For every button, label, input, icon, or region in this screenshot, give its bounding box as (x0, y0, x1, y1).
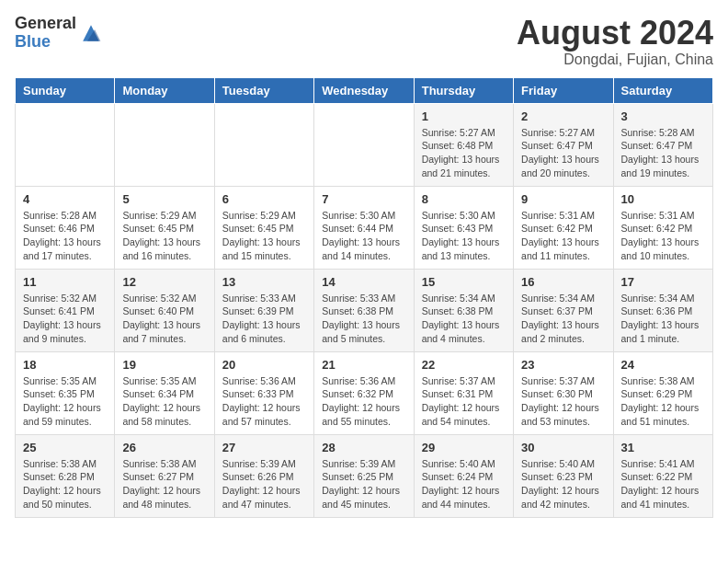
week-row-1: 1Sunrise: 5:27 AM Sunset: 6:48 PM Daylig… (16, 103, 713, 186)
day-number: 5 (122, 192, 206, 206)
day-number: 17 (621, 275, 705, 289)
logo-general: General (15, 15, 76, 33)
day-number: 26 (122, 441, 206, 454)
day-number: 22 (422, 358, 506, 372)
logo-icon (80, 22, 102, 44)
cell-content: Sunrise: 5:40 AM Sunset: 6:23 PM Dayligh… (521, 457, 605, 511)
cell-content: Sunrise: 5:35 AM Sunset: 6:35 PM Dayligh… (23, 374, 107, 429)
calendar-cell (115, 103, 214, 186)
calendar-cell: 28Sunrise: 5:39 AM Sunset: 6:25 PM Dayli… (314, 434, 414, 517)
calendar-cell: 14Sunrise: 5:33 AM Sunset: 6:38 PM Dayli… (314, 269, 414, 351)
title-block: August 2024 Dongdai, Fujian, China (517, 15, 713, 68)
cell-content: Sunrise: 5:39 AM Sunset: 6:26 PM Dayligh… (222, 457, 306, 511)
day-number: 28 (322, 441, 405, 454)
day-number: 21 (322, 358, 405, 372)
day-number: 15 (422, 275, 506, 289)
cell-content: Sunrise: 5:38 AM Sunset: 6:29 PM Dayligh… (621, 374, 705, 429)
day-number: 27 (222, 441, 306, 454)
week-row-5: 25Sunrise: 5:38 AM Sunset: 6:28 PM Dayli… (16, 434, 713, 517)
cell-content: Sunrise: 5:34 AM Sunset: 6:36 PM Dayligh… (621, 292, 705, 346)
weekday-header-saturday: Saturday (613, 77, 712, 103)
calendar-cell: 10Sunrise: 5:31 AM Sunset: 6:42 PM Dayli… (613, 186, 712, 269)
calendar-cell: 30Sunrise: 5:40 AM Sunset: 6:23 PM Dayli… (514, 434, 613, 517)
calendar-cell: 25Sunrise: 5:38 AM Sunset: 6:28 PM Dayli… (16, 434, 115, 517)
day-number: 2 (521, 109, 605, 123)
calendar-cell: 29Sunrise: 5:40 AM Sunset: 6:24 PM Dayli… (414, 434, 513, 517)
calendar-cell: 22Sunrise: 5:37 AM Sunset: 6:31 PM Dayli… (414, 351, 513, 434)
calendar-cell: 24Sunrise: 5:38 AM Sunset: 6:29 PM Dayli… (613, 351, 712, 434)
week-row-3: 11Sunrise: 5:32 AM Sunset: 6:41 PM Dayli… (16, 269, 713, 351)
weekday-header-tuesday: Tuesday (214, 77, 313, 103)
day-number: 16 (521, 275, 605, 289)
calendar-cell: 4Sunrise: 5:28 AM Sunset: 6:46 PM Daylig… (16, 186, 115, 269)
cell-content: Sunrise: 5:41 AM Sunset: 6:22 PM Dayligh… (621, 457, 705, 511)
day-number: 7 (322, 192, 405, 206)
week-row-2: 4Sunrise: 5:28 AM Sunset: 6:46 PM Daylig… (16, 186, 713, 269)
day-number: 9 (521, 192, 605, 206)
weekday-header-wednesday: Wednesday (314, 77, 414, 103)
calendar-cell: 6Sunrise: 5:29 AM Sunset: 6:45 PM Daylig… (214, 186, 313, 269)
logo-blue: Blue (15, 33, 76, 52)
logo: General Blue (15, 15, 102, 52)
cell-content: Sunrise: 5:29 AM Sunset: 6:45 PM Dayligh… (222, 209, 306, 263)
day-number: 19 (122, 358, 206, 372)
cell-content: Sunrise: 5:33 AM Sunset: 6:38 PM Dayligh… (322, 292, 405, 346)
calendar-cell: 12Sunrise: 5:32 AM Sunset: 6:40 PM Dayli… (115, 269, 214, 351)
calendar-cell: 31Sunrise: 5:41 AM Sunset: 6:22 PM Dayli… (613, 434, 712, 517)
calendar-cell: 16Sunrise: 5:34 AM Sunset: 6:37 PM Dayli… (514, 269, 613, 351)
day-number: 30 (521, 441, 605, 454)
cell-content: Sunrise: 5:40 AM Sunset: 6:24 PM Dayligh… (422, 457, 506, 511)
cell-content: Sunrise: 5:31 AM Sunset: 6:42 PM Dayligh… (621, 209, 705, 263)
cell-content: Sunrise: 5:37 AM Sunset: 6:30 PM Dayligh… (521, 374, 605, 429)
day-number: 6 (222, 192, 306, 206)
calendar-cell (16, 103, 115, 186)
cell-content: Sunrise: 5:34 AM Sunset: 6:37 PM Dayligh… (521, 292, 605, 346)
cell-content: Sunrise: 5:36 AM Sunset: 6:33 PM Dayligh… (222, 374, 306, 429)
calendar-cell (214, 103, 313, 186)
cell-content: Sunrise: 5:33 AM Sunset: 6:39 PM Dayligh… (222, 292, 306, 346)
day-number: 13 (222, 275, 306, 289)
calendar-cell: 20Sunrise: 5:36 AM Sunset: 6:33 PM Dayli… (214, 351, 313, 434)
day-number: 12 (122, 275, 206, 289)
logo-text: General Blue (15, 15, 76, 52)
calendar-cell: 27Sunrise: 5:39 AM Sunset: 6:26 PM Dayli… (214, 434, 313, 517)
cell-content: Sunrise: 5:27 AM Sunset: 6:47 PM Dayligh… (521, 126, 605, 180)
cell-content: Sunrise: 5:29 AM Sunset: 6:45 PM Dayligh… (122, 209, 206, 263)
cell-content: Sunrise: 5:31 AM Sunset: 6:42 PM Dayligh… (521, 209, 605, 263)
calendar-cell: 1Sunrise: 5:27 AM Sunset: 6:48 PM Daylig… (414, 103, 513, 186)
calendar-cell: 17Sunrise: 5:34 AM Sunset: 6:36 PM Dayli… (613, 269, 712, 351)
calendar-cell: 26Sunrise: 5:38 AM Sunset: 6:27 PM Dayli… (115, 434, 214, 517)
day-number: 20 (222, 358, 306, 372)
day-number: 10 (621, 192, 705, 206)
month-title: August 2024 (517, 15, 713, 52)
cell-content: Sunrise: 5:28 AM Sunset: 6:47 PM Dayligh… (621, 126, 705, 180)
day-number: 8 (422, 192, 506, 206)
cell-content: Sunrise: 5:30 AM Sunset: 6:43 PM Dayligh… (422, 209, 506, 263)
cell-content: Sunrise: 5:30 AM Sunset: 6:44 PM Dayligh… (322, 209, 405, 263)
calendar-cell: 15Sunrise: 5:34 AM Sunset: 6:38 PM Dayli… (414, 269, 513, 351)
cell-content: Sunrise: 5:28 AM Sunset: 6:46 PM Dayligh… (23, 209, 107, 263)
calendar-cell: 23Sunrise: 5:37 AM Sunset: 6:30 PM Dayli… (514, 351, 613, 434)
calendar-table: SundayMondayTuesdayWednesdayThursdayFrid… (15, 77, 713, 518)
cell-content: Sunrise: 5:32 AM Sunset: 6:40 PM Dayligh… (122, 292, 206, 346)
day-number: 25 (23, 441, 107, 454)
day-number: 31 (621, 441, 705, 454)
location: Dongdai, Fujian, China (517, 52, 713, 68)
cell-content: Sunrise: 5:38 AM Sunset: 6:28 PM Dayligh… (23, 457, 107, 511)
cell-content: Sunrise: 5:38 AM Sunset: 6:27 PM Dayligh… (122, 457, 206, 511)
day-number: 23 (521, 358, 605, 372)
day-number: 29 (422, 441, 506, 454)
day-number: 1 (422, 109, 506, 123)
calendar-cell: 2Sunrise: 5:27 AM Sunset: 6:47 PM Daylig… (514, 103, 613, 186)
calendar-cell: 5Sunrise: 5:29 AM Sunset: 6:45 PM Daylig… (115, 186, 214, 269)
cell-content: Sunrise: 5:32 AM Sunset: 6:41 PM Dayligh… (23, 292, 107, 346)
weekday-header-friday: Friday (514, 77, 613, 103)
calendar-cell: 8Sunrise: 5:30 AM Sunset: 6:43 PM Daylig… (414, 186, 513, 269)
weekday-header-monday: Monday (115, 77, 214, 103)
weekday-header-row: SundayMondayTuesdayWednesdayThursdayFrid… (16, 77, 713, 103)
cell-content: Sunrise: 5:37 AM Sunset: 6:31 PM Dayligh… (422, 374, 506, 429)
calendar-cell: 7Sunrise: 5:30 AM Sunset: 6:44 PM Daylig… (314, 186, 414, 269)
weekday-header-thursday: Thursday (414, 77, 513, 103)
week-row-4: 18Sunrise: 5:35 AM Sunset: 6:35 PM Dayli… (16, 351, 713, 434)
day-number: 3 (621, 109, 705, 123)
